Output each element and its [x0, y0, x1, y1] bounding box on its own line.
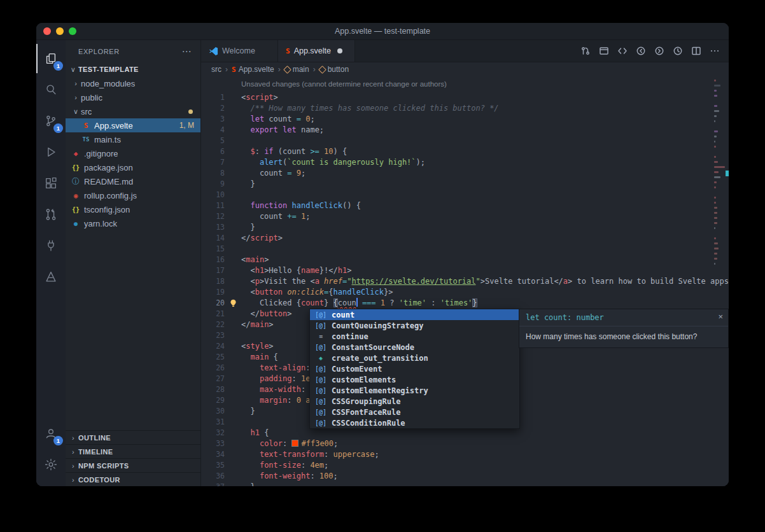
code-line[interactable]: 13 }	[201, 222, 729, 233]
panel-outline[interactable]: ›OUTLINE	[66, 430, 200, 444]
minimap-line	[714, 98, 725, 103]
activity-source-control-icon[interactable]: 1	[36, 106, 66, 136]
gutter	[225, 157, 241, 168]
tree-item-src[interactable]: ∨src	[66, 104, 200, 118]
close-window-button[interactable]	[43, 27, 51, 35]
open-changes-icon[interactable]	[616, 44, 629, 58]
code-line[interactable]: 33 color: #ff3e00;	[201, 438, 729, 449]
suggestion-label: CSSGroupingRule	[332, 397, 400, 406]
activity-search-icon[interactable]	[36, 75, 66, 104]
lightbulb-icon[interactable]	[225, 298, 241, 309]
code-line[interactable]: 32 h1 {	[201, 428, 729, 438]
activity-explorer-icon[interactable]: 1	[36, 44, 66, 73]
suggestion-countqueuingstrategy[interactable]: [@]CountQueuingStrategy	[310, 320, 519, 331]
code-token: =	[297, 115, 301, 123]
suggestion-create-out-transition[interactable]: ◈create_out_transition	[310, 353, 519, 363]
code-line[interactable]: 8 count = 9;	[201, 168, 729, 179]
suggestion-customelements[interactable]: [@]customElements	[310, 374, 519, 385]
activity-github-pr-icon[interactable]	[36, 200, 66, 229]
breadcrumb-separator-icon: ›	[225, 65, 228, 74]
suggestion-cssconditionrule[interactable]: [@]CSSConditionRule	[310, 417, 519, 428]
suggestion-customevent[interactable]: [@]CustomEvent	[310, 363, 519, 374]
code-line[interactable]: 4 export let name;	[201, 125, 729, 136]
suggestion-constantsourcenode[interactable]: [@]ConstantSourceNode	[310, 342, 519, 353]
close-icon[interactable]: ×	[718, 313, 723, 321]
code-token: handleClick	[333, 288, 384, 297]
code-line[interactable]: 36 font-weight: 100;	[201, 471, 729, 482]
code-line[interactable]: 1<script>	[201, 92, 729, 103]
more-actions-icon[interactable]: ⋯	[181, 48, 192, 55]
code-line[interactable]: 6 $: if (count >= 10) {	[201, 146, 729, 157]
code-line[interactable]: 11 function handleClick() {	[201, 200, 729, 211]
tab-welcome[interactable]: Welcome	[201, 40, 278, 62]
code-text: <main>	[241, 255, 269, 265]
code-line[interactable]: 7 alert(`count is dangerously high!`);	[201, 157, 729, 168]
chevron-down-icon: ∨	[68, 66, 78, 74]
tree-item-yarn-lock[interactable]: ●yarn.lock	[66, 216, 200, 230]
tree-root-folder[interactable]: ∨ TEST-TEMPLATE	[66, 62, 200, 76]
suggestion-cssfontfacerule[interactable]: [@]CSSFontFaceRule	[310, 407, 519, 417]
panel-codetour[interactable]: ›CODETOUR	[66, 472, 200, 486]
breadcrumb-item-src[interactable]: src	[211, 65, 221, 74]
tab-app-svelte[interactable]: SApp.svelte	[278, 40, 355, 62]
minimize-window-button[interactable]	[56, 27, 64, 35]
code-line[interactable]: 3 let count = 0;	[201, 114, 729, 125]
tree-item-rollup-config-js[interactable]: ◉rollup.config.js	[66, 188, 200, 202]
suggestion-cssgroupingrule[interactable]: [@]CSSGroupingRule	[310, 396, 519, 407]
activity-remote-icon[interactable]	[36, 231, 66, 260]
code-line[interactable]: 34 text-transform: uppercase;	[201, 449, 729, 460]
code-line[interactable]: 9 }	[201, 179, 729, 190]
breadcrumb-item-main[interactable]: main	[284, 65, 309, 74]
tree-item-gitignore[interactable]: ◆.gitignore	[66, 146, 200, 160]
code-line[interactable]: 37 }	[201, 482, 729, 486]
split-editor-icon[interactable]	[690, 44, 703, 58]
minimap-bar	[714, 141, 715, 143]
zoom-window-button[interactable]	[69, 27, 76, 35]
code-line[interactable]: 35 font-size: 4em;	[201, 460, 729, 471]
panel-npm-scripts[interactable]: ›NPM SCRIPTS	[66, 458, 200, 472]
code-line[interactable]: 20 Clicked {count} {coun === 1 ? 'time' …	[201, 298, 729, 309]
diff-icon[interactable]	[579, 44, 592, 58]
suggestion-count[interactable]: [@]count	[310, 309, 519, 320]
activity-accounts-icon[interactable]: 1	[36, 419, 66, 448]
code-line[interactable]: 16<main>	[201, 255, 729, 265]
code-line[interactable]: 19 <button on:click={handleClick}>	[201, 287, 729, 298]
minimap[interactable]	[714, 78, 725, 266]
line-number: 31	[201, 417, 225, 428]
activity-azure-icon[interactable]	[36, 262, 66, 291]
tree-item-package-json[interactable]: {}package.json	[66, 160, 200, 174]
code-line[interactable]: 14</script>	[201, 233, 729, 244]
code-line[interactable]: 5	[201, 136, 729, 146]
code-token: () {	[342, 201, 361, 210]
tree-item-node-modules[interactable]: ›node_modules	[66, 76, 200, 90]
tree-item-public[interactable]: ›public	[66, 90, 200, 104]
code-line[interactable]: 10	[201, 190, 729, 200]
activity-settings-icon[interactable]	[36, 450, 66, 479]
breadcrumb-item-app-svelte[interactable]: SApp.svelte	[232, 65, 274, 74]
code-token: color	[260, 439, 283, 448]
suggestion-customelementregistry[interactable]: [@]CustomElementRegistry	[310, 385, 519, 396]
history-icon[interactable]	[671, 44, 684, 58]
activity-run-debug-icon[interactable]	[36, 137, 66, 167]
tree-item-tsconfig-json[interactable]: {}tsconfig.json	[66, 202, 200, 216]
code-line[interactable]: 18 <p>Visit the <a href="https://svelte.…	[201, 276, 729, 287]
more-actions-icon[interactable]	[708, 44, 721, 58]
line-number: 34	[201, 449, 225, 460]
tree-item-main-ts[interactable]: TSmain.ts	[66, 132, 200, 146]
code-line[interactable]: 2 /** How many times has someone clicked…	[201, 103, 729, 114]
breadcrumb-item-button[interactable]: button	[319, 65, 349, 74]
prev-change-icon[interactable]	[635, 44, 647, 58]
code-token: p	[255, 277, 260, 286]
code-token: ;	[324, 461, 328, 470]
activity-extensions-icon[interactable]	[36, 169, 66, 198]
preview-icon[interactable]	[598, 44, 610, 58]
titlebar[interactable]: App.svelte — test-template	[36, 23, 729, 40]
next-change-icon[interactable]	[653, 44, 666, 58]
tree-item-app-svelte[interactable]: SApp.svelte1, M	[66, 118, 200, 132]
panel-timeline[interactable]: ›TIMELINE	[66, 444, 200, 458]
code-line[interactable]: 15	[201, 244, 729, 255]
tree-item-readme-md[interactable]: ⓘREADME.md	[66, 174, 200, 188]
code-line[interactable]: 12 count += 1;	[201, 211, 729, 222]
suggestion-continue[interactable]: ≡continue	[310, 331, 519, 342]
code-line[interactable]: 17 <h1>Hello {name}!</h1>	[201, 265, 729, 276]
